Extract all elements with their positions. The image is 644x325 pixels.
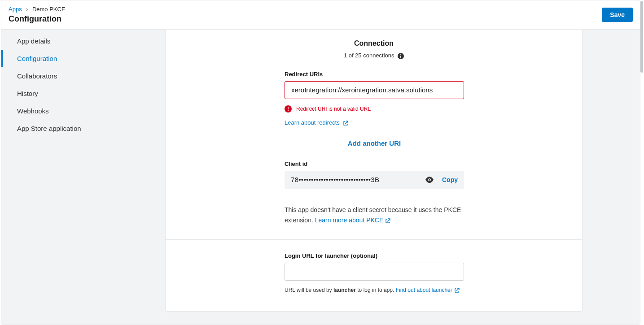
info-icon[interactable] [398,53,404,59]
sidebar-item-collaborators[interactable]: Collaborators [1,67,165,85]
redirect-uri-error-text: Redirect URI is not a valid URL [296,106,371,112]
breadcrumb: Apps › Demo PKCE [9,6,66,13]
client-id-label: Client id [285,160,464,167]
reveal-client-id-button[interactable] [425,177,434,183]
pkce-note: This app doesn't have a client secret be… [285,205,464,226]
error-icon: ! [285,105,292,113]
sidebar-item-configuration[interactable]: Configuration [1,50,165,67]
external-link-icon [454,288,460,293]
login-url-input[interactable] [285,263,464,281]
chevron-right-icon: › [26,6,28,13]
connection-count: 1 of 25 connections [166,52,582,59]
sidebar-item-webhooks[interactable]: Webhooks [1,102,165,120]
login-url-description: URL will be used by launcher to log in t… [285,287,464,293]
page-title: Configuration [9,14,66,24]
connection-title: Connection [166,39,582,48]
sidebar-item-app-details[interactable]: App details [1,32,165,50]
sidebar-item-history[interactable]: History [1,85,165,102]
copy-client-id-button[interactable]: Copy [442,176,458,183]
svg-rect-2 [400,56,401,58]
svg-point-4 [429,179,430,180]
external-link-icon [343,121,348,126]
eye-icon [425,177,434,183]
scrollbar[interactable] [640,1,643,73]
client-id-value: 78•••••••••••••••••••••••••••••3B [291,176,425,183]
learn-more-pkce-link[interactable]: Learn more about PKCE [315,217,391,224]
find-out-launcher-link[interactable]: Find out about launcher [396,287,460,293]
add-another-uri-button[interactable]: Add another URI [348,139,401,147]
redirect-uris-label: Redirect URIs [285,71,464,78]
breadcrumb-root-link[interactable]: Apps [9,6,22,13]
external-link-icon [385,218,390,224]
breadcrumb-current: Demo PKCE [32,6,66,13]
save-button[interactable]: Save [602,8,633,22]
learn-about-redirects-link[interactable]: Learn about redirects [285,119,348,126]
login-url-label: Login URL for launcher (optional) [285,252,464,259]
sidebar: App details Configuration Collaborators … [1,30,165,325]
redirect-uri-input[interactable] [285,81,464,99]
svg-point-1 [400,54,401,55]
sidebar-item-app-store-application[interactable]: App Store application [1,120,165,137]
